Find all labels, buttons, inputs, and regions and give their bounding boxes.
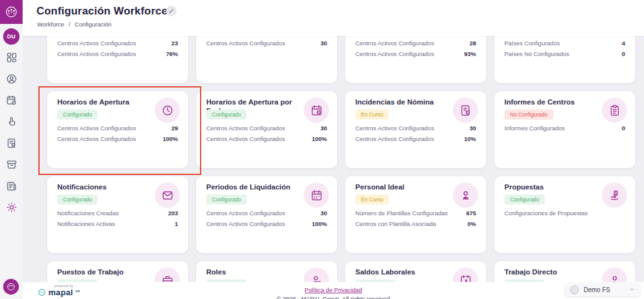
stat-row: Centros con Plantilla Asociada0% [355, 220, 476, 227]
stat-label: Centros Activos Configurados [57, 40, 136, 47]
card-row-4: Puestos de Trabajo Configurado Roles Con… [47, 261, 635, 282]
stat-row: Centros Activos Configurados30 [206, 40, 327, 47]
card-saldos-laborales[interactable]: Saldos Laborales Configurado [345, 261, 486, 282]
touch-icon[interactable] [6, 116, 18, 128]
stat-label: Número de Plantillas Configuradas [355, 210, 448, 217]
card-partial-4[interactable]: Países Configurados4 Países No Configura… [494, 36, 635, 83]
card-periodos-de-liquidacion[interactable]: Periodos de Liquidación Configurado Cent… [196, 176, 337, 253]
stat-row: Centros Activos Configurados93% [355, 50, 476, 57]
status-badge: Configurado [57, 110, 97, 120]
environment-label: Demo FS [584, 286, 625, 293]
document-settings-icon[interactable] [6, 137, 18, 149]
breadcrumb-configuracion[interactable]: Configuración [75, 21, 112, 28]
dashboard-icon[interactable] [6, 52, 18, 64]
stat-value: 30 [469, 125, 476, 132]
stat-value: 30 [320, 125, 327, 132]
stat-value: 1 [175, 220, 178, 227]
stat-label: Países Configurados [504, 40, 560, 47]
stat-label: Notificaciones Activas [57, 220, 115, 227]
stat-value: 28 [469, 40, 476, 47]
stat-label: Centros Activos Configurados [57, 50, 136, 57]
stat-row: Centros Activos Configurados30 [206, 125, 327, 132]
stat-label: Centros Activos Configurados [355, 50, 434, 57]
sidebar-nav [0, 52, 23, 213]
stat-value: 29 [171, 125, 178, 132]
stat-label: Configuraciones de Propuestas [504, 210, 588, 217]
card-partial-3[interactable]: Centros Activos Configurados28 Centros A… [345, 36, 486, 83]
mapal-badge-button[interactable] [3, 279, 19, 295]
stat-row: Centros Activos Configurados100% [206, 135, 327, 142]
breadcrumb: Workforce / Configuración [37, 21, 111, 28]
clock-icon [155, 98, 180, 123]
status-badge: Configurado [206, 195, 247, 205]
stat-row: Centros Activos Configurados30 [355, 125, 476, 132]
stat-value: 100% [312, 220, 327, 227]
stat-value: 100% [163, 135, 178, 142]
stat-value: 203 [168, 210, 178, 217]
stat-row: Países Configurados4 [504, 40, 625, 47]
reports-icon[interactable] [6, 180, 18, 192]
chevron-down-icon [629, 286, 635, 293]
card-title: Saldos Laborales [355, 268, 448, 277]
stat-value: 23 [171, 40, 178, 47]
card-row-3: Notificaciones Configurado Notificacione… [47, 176, 635, 253]
stat-row: Centros Activos Configurados76% [57, 50, 178, 57]
card-title: Roles [206, 268, 299, 277]
card-roles[interactable]: Roles Configurado [196, 261, 337, 282]
stat-label: Centros Activos Configurados [355, 125, 434, 132]
card-title: Informes de Centros [504, 98, 597, 107]
stat-label: Centros Activos Configurados [206, 135, 285, 142]
envelope-icon [155, 183, 180, 208]
page-header: Configuración Workforce Workforce / Conf… [23, 0, 644, 36]
calendar-icon [304, 183, 329, 208]
breadcrumb-separator: / [69, 21, 70, 28]
card-title: Notificaciones [57, 183, 150, 192]
settings-icon[interactable] [6, 201, 18, 213]
stat-label: Centros Activos Configurados [57, 135, 136, 142]
users-icon[interactable] [6, 73, 18, 85]
card-title: Incidencias de Nómina [355, 98, 448, 107]
archive-icon[interactable] [6, 159, 18, 171]
payroll-document-icon [453, 98, 478, 123]
card-personal-ideal[interactable]: Personal Ideal En Curso Número de Planti… [345, 176, 486, 253]
card-title: Personal Ideal [355, 183, 448, 192]
environment-selector[interactable]: Demo FS [565, 283, 640, 296]
stat-value: 4 [622, 40, 625, 47]
card-informes-de-centros[interactable]: Informes de Centros No Configurado Infor… [494, 91, 635, 168]
card-partial-2[interactable]: Centros Activos Configurados30 [196, 36, 337, 83]
calendar-settings-icon [304, 98, 329, 123]
pencil-icon [169, 8, 174, 14]
clipboard-icon [602, 98, 627, 123]
privacy-policy-link[interactable]: Política de Privacidad [304, 286, 362, 293]
person-icon [453, 183, 478, 208]
stat-row: Configuraciones de Propuestas [504, 210, 625, 217]
role-key-icon [304, 268, 329, 282]
stat-row: Notificaciones Creadas203 [57, 210, 178, 217]
card-horarios-de-apertura[interactable]: Horarios de Apertura Configurado Centros… [47, 91, 188, 168]
stat-label: Centros Activos Configurados [355, 135, 434, 142]
main-content: Centros Activos Configurados23 Centros A… [23, 36, 644, 282]
mapal-logo[interactable] [0, 0, 23, 24]
worker-icon [602, 268, 627, 282]
card-title: Periodos de Liquidación [206, 183, 299, 192]
stat-value: 30 [320, 40, 327, 47]
edit-title-button[interactable] [166, 6, 177, 16]
stat-value: 93% [464, 50, 476, 57]
status-badge: Configurado [206, 110, 247, 120]
mapal-logo-icon [4, 5, 18, 19]
card-propuestas[interactable]: Propuestas Configurado Configuraciones d… [494, 176, 635, 253]
card-incidencias-de-nomina[interactable]: Incidencias de Nómina En Curso Centros A… [345, 91, 486, 168]
card-horarios-por-fechas[interactable]: Horarios de Apertura por Fechas Configur… [196, 91, 337, 168]
stat-value: 30 [320, 210, 327, 217]
stat-value: 10% [464, 135, 476, 142]
card-trabajo-directo[interactable]: Trabajo Directo Configurado [494, 261, 635, 282]
schedule-icon[interactable] [6, 94, 18, 106]
stat-row: Países No Configurados0 [504, 50, 625, 57]
card-partial-1[interactable]: Centros Activos Configurados23 Centros A… [47, 36, 188, 83]
breadcrumb-workforce[interactable]: Workforce [37, 21, 64, 28]
user-avatar[interactable]: DU [3, 28, 19, 45]
card-notificaciones[interactable]: Notificaciones Configurado Notificacione… [47, 176, 188, 253]
status-badge: Configurado [504, 195, 545, 205]
status-badge: En Curso [355, 195, 389, 205]
card-puestos-de-trabajo[interactable]: Puestos de Trabajo Configurado [47, 261, 188, 282]
